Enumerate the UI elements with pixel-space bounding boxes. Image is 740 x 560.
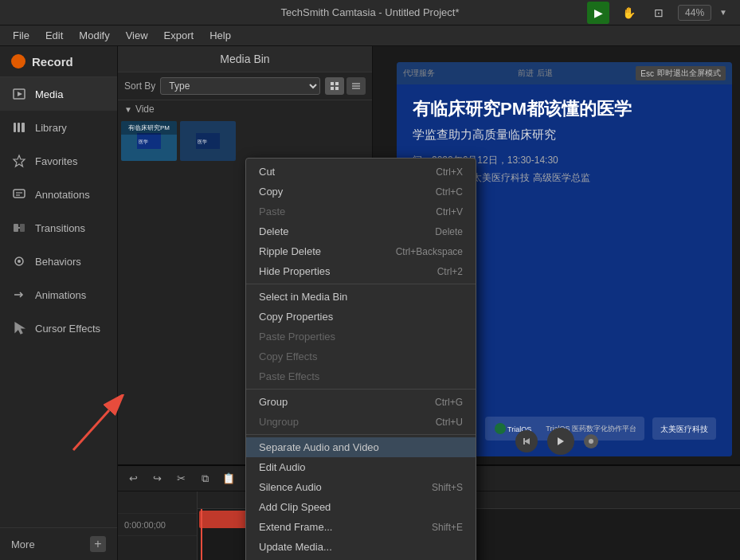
sidebar-item-favorites[interactable]: Favorites bbox=[0, 144, 117, 178]
track-labels: 0:00:00;00 bbox=[118, 491, 198, 560]
sidebar-item-transitions[interactable]: Transitions bbox=[0, 211, 117, 245]
ctx-separator-3 bbox=[246, 434, 476, 435]
ctx-paste-properties[interactable]: Paste Properties bbox=[246, 327, 476, 347]
ctx-silence-audio[interactable]: Silence Audio Shift+S bbox=[246, 477, 476, 497]
ctx-convert-placeholder[interactable]: Convert to Placeholder Ctrl+Alt+P bbox=[246, 557, 476, 560]
sidebar-item-library[interactable]: Library bbox=[0, 111, 117, 144]
cursor-effects-icon bbox=[11, 320, 27, 336]
ctx-select-media-bin-label: Select in Media Bin bbox=[259, 291, 347, 303]
record-icon bbox=[11, 54, 25, 69]
ctx-delete[interactable]: Delete Delete bbox=[246, 221, 476, 241]
sidebar-item-library-label: Library bbox=[35, 122, 67, 134]
library-icon bbox=[11, 119, 27, 135]
ctx-copy-properties[interactable]: Copy Properties bbox=[246, 307, 476, 327]
hand-tool[interactable]: ✋ bbox=[617, 2, 640, 24]
ctx-hide-properties-shortcut: Ctrl+2 bbox=[437, 266, 463, 277]
ctx-cut[interactable]: Cut Ctrl+X bbox=[246, 162, 476, 182]
menu-file[interactable]: File bbox=[6, 28, 36, 43]
ctx-group-shortcut: Ctrl+G bbox=[435, 397, 463, 408]
media-section-label: Vide bbox=[135, 104, 155, 115]
ctx-extend-frame-shortcut: Shift+E bbox=[432, 522, 463, 533]
ctx-cut-label: Cut bbox=[259, 166, 275, 178]
ctx-copy[interactable]: Copy Ctrl+C bbox=[246, 182, 476, 202]
ctx-add-clip-speed-label: Add Clip Speed bbox=[259, 501, 331, 513]
ctx-update-media[interactable]: Update Media... bbox=[246, 537, 476, 557]
sidebar-item-behaviors[interactable]: Behaviors bbox=[0, 245, 117, 278]
thumbnail-overlay-text: 有临床研究PM bbox=[121, 121, 177, 135]
menu-export[interactable]: Export bbox=[158, 28, 201, 43]
track-label-1: 0:00:00;00 bbox=[118, 514, 197, 536]
title-bar: TechSmith Camtasia - Untitled Project* ▶… bbox=[0, 0, 740, 25]
svg-point-27 bbox=[495, 423, 506, 434]
ctx-extend-frame[interactable]: Extend Frame... Shift+E bbox=[246, 517, 476, 537]
ctx-copy-label: Copy bbox=[259, 186, 283, 198]
ctx-ungroup-label: Ungroup bbox=[259, 416, 299, 428]
sidebar-item-transitions-label: Transitions bbox=[35, 222, 85, 234]
copy-timeline-button[interactable]: ⧉ bbox=[196, 470, 213, 488]
paste-button[interactable]: 📋 bbox=[220, 470, 237, 488]
ctx-edit-audio[interactable]: Edit Audio bbox=[246, 457, 476, 477]
select-tool[interactable]: ▶ bbox=[587, 2, 609, 24]
sidebar-item-cursor-effects[interactable]: Cursor Effects bbox=[0, 311, 117, 345]
media-bin-toolbar: Sort By Type bbox=[118, 72, 372, 100]
ctx-hide-properties-label: Hide Properties bbox=[259, 265, 331, 277]
sidebar-item-animations[interactable]: Animations bbox=[0, 278, 117, 311]
thumbnail-inner-2: 医学 bbox=[180, 121, 236, 161]
ctx-hide-properties[interactable]: Hide Properties Ctrl+2 bbox=[246, 261, 476, 281]
sort-dropdown[interactable]: Type bbox=[160, 77, 320, 95]
svg-rect-3 bbox=[18, 123, 20, 132]
timeline-playhead bbox=[201, 509, 202, 560]
add-panel-button[interactable]: + bbox=[90, 536, 106, 552]
sidebar-item-annotations[interactable]: Annotations bbox=[0, 178, 117, 211]
ctx-ripple-delete[interactable]: Ripple Delete Ctrl+Backspace bbox=[246, 241, 476, 261]
media-thumbnail-1[interactable]: 有临床研究PM 医学 bbox=[121, 121, 177, 161]
undo-button[interactable]: ↩ bbox=[124, 470, 142, 488]
cut-button[interactable]: ✂ bbox=[172, 470, 190, 488]
ctx-copy-properties-label: Copy Properties bbox=[259, 311, 333, 323]
record-button[interactable]: Record bbox=[0, 46, 117, 77]
sidebar-more[interactable]: More + bbox=[0, 527, 117, 560]
preview-prev-button[interactable] bbox=[515, 430, 538, 452]
menu-edit[interactable]: Edit bbox=[39, 28, 69, 43]
preview-fullscreen-text: 即时退出全屏模式 bbox=[657, 68, 721, 79]
ctx-separator-1 bbox=[246, 284, 476, 284]
media-thumbnail-2[interactable]: 医学 bbox=[180, 121, 236, 161]
animations-icon bbox=[11, 287, 27, 303]
menu-view[interactable]: View bbox=[119, 28, 155, 43]
app-title: TechSmith Camtasia - Untitled Project* bbox=[281, 6, 460, 18]
ctx-select-media-bin[interactable]: Select in Media Bin bbox=[246, 287, 476, 307]
svg-rect-4 bbox=[22, 123, 25, 132]
ctx-separate-audio-video[interactable]: Separate Audio and Video bbox=[246, 437, 476, 457]
menu-modify[interactable]: Modify bbox=[72, 28, 116, 43]
svg-point-32 bbox=[589, 439, 593, 444]
sidebar-item-media[interactable]: Media bbox=[0, 77, 117, 111]
svg-marker-1 bbox=[18, 92, 22, 96]
svg-rect-6 bbox=[14, 190, 25, 198]
ctx-group-label: Group bbox=[259, 396, 288, 408]
svg-rect-17 bbox=[335, 82, 339, 85]
list-view-button[interactable] bbox=[347, 77, 366, 95]
sidebar-item-behaviors-label: Behaviors bbox=[35, 256, 81, 268]
zoom-value[interactable]: 44% bbox=[678, 5, 711, 21]
section-collapse-arrow[interactable]: ▼ bbox=[124, 105, 132, 114]
ctx-paste[interactable]: Paste Ctrl+V bbox=[246, 202, 476, 221]
ctx-copy-effects[interactable]: Copy Effects bbox=[246, 347, 476, 366]
redo-button[interactable]: ↪ bbox=[148, 470, 166, 488]
menu-help[interactable]: Help bbox=[203, 28, 237, 43]
esc-key-label: Esc bbox=[640, 69, 654, 78]
toolbar-right: ▶ ✋ ⊡ 44% ▼ bbox=[587, 2, 727, 24]
ctx-ungroup[interactable]: Ungroup Ctrl+U bbox=[246, 412, 476, 432]
preview-title-cn: 有临床研究PM都该懂的医学 bbox=[413, 97, 716, 121]
svg-rect-30 bbox=[523, 438, 525, 444]
grid-view-button[interactable] bbox=[325, 77, 344, 95]
zoom-dropdown-arrow[interactable]: ▼ bbox=[719, 8, 727, 17]
preview-play-button[interactable] bbox=[547, 428, 574, 455]
ctx-add-clip-speed[interactable]: Add Clip Speed bbox=[246, 497, 476, 517]
svg-marker-5 bbox=[14, 155, 25, 166]
ctx-group[interactable]: Group Ctrl+G bbox=[246, 392, 476, 412]
ctx-silence-audio-label: Silence Audio bbox=[259, 481, 322, 493]
preview-dot-button[interactable] bbox=[584, 434, 598, 448]
ctx-paste-effects[interactable]: Paste Effects bbox=[246, 366, 476, 386]
sidebar: Record Media Library Favorites Annotatio bbox=[0, 46, 118, 560]
crop-tool[interactable]: ⊡ bbox=[648, 2, 670, 24]
